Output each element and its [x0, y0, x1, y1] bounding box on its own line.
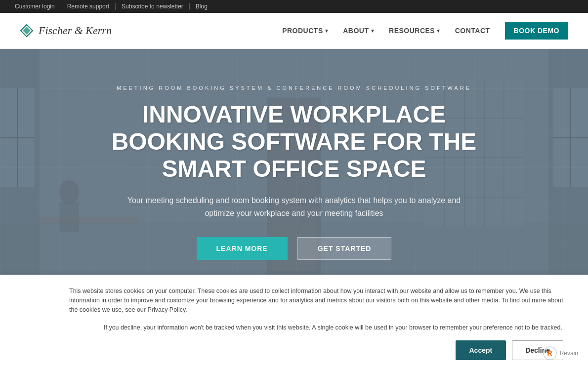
hero-subtitle: MEETING ROOM BOOKING SYSTEM & CONFERENCE…: [101, 85, 487, 91]
svg-point-2: [25, 29, 28, 32]
hero-secondary-btn[interactable]: GET STARTED: [297, 237, 392, 260]
topbar-blog[interactable]: Blog: [190, 3, 213, 10]
cookie-secondary-text: If you decline, your information won't b…: [69, 323, 568, 332]
hero-content: MEETING ROOM BOOKING SYSTEM & CONFERENCE…: [72, 85, 516, 260]
cookie-main-text: This website stores cookies on your comp…: [69, 287, 568, 315]
logo-icon: [20, 24, 34, 38]
nav-products[interactable]: PRODUCTS: [282, 27, 328, 35]
cookie-actions: Accept Decline: [69, 340, 568, 360]
topbar-subscribe[interactable]: Subscribe to newsletter: [116, 3, 190, 10]
hero-description: Your meeting scheduling and room booking…: [116, 194, 472, 219]
revain-icon: R: [543, 346, 557, 360]
header: Fischer & Kerrn PRODUCTS ABOUT RESOURCES…: [0, 13, 588, 49]
logo[interactable]: Fischer & Kerrn: [20, 24, 112, 38]
cookie-banner: This website stores cookies on your comp…: [0, 275, 588, 372]
main-nav: PRODUCTS ABOUT RESOURCES CONTACT BOOK DE…: [282, 22, 568, 40]
revain-label: Revain: [560, 350, 578, 357]
hero-title: INNOVATIVE WORKPLACE BOOKING SOFTWARE FO…: [101, 101, 487, 183]
nav-contact[interactable]: CONTACT: [455, 27, 490, 35]
nav-book-demo[interactable]: BOOK DEMO: [505, 22, 568, 40]
topbar-remote-support[interactable]: Remote support: [61, 3, 116, 10]
top-bar: Customer login Remote support Subscribe …: [0, 0, 588, 13]
topbar-customer-login[interactable]: Customer login: [15, 3, 61, 10]
hero-buttons: LEARN MORE GET STARTED: [101, 237, 487, 260]
nav-about[interactable]: ABOUT: [343, 27, 374, 35]
revain-badge: R Revain: [543, 346, 578, 360]
hero-section: MEETING ROOM BOOKING SYSTEM & CONFERENCE…: [0, 49, 588, 296]
logo-text: Fischer & Kerrn: [39, 24, 112, 37]
cookie-accept-button[interactable]: Accept: [456, 340, 506, 360]
nav-resources[interactable]: RESOURCES: [389, 27, 440, 35]
hero-primary-btn[interactable]: LEARN MORE: [197, 237, 288, 260]
